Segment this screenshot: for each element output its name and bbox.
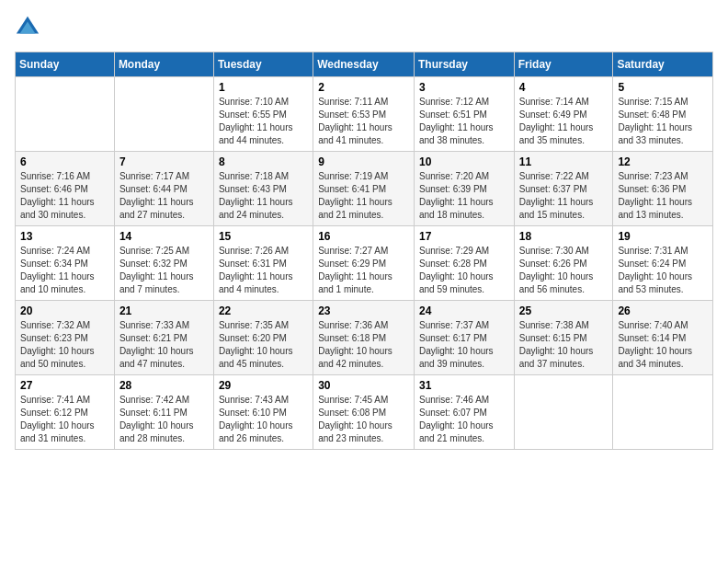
day-number: 4 [519,81,609,94]
day-number: 13 [20,230,109,243]
calendar-cell: 17Sunrise: 7:29 AM Sunset: 6:28 PM Dayli… [414,226,514,301]
day-number: 20 [20,304,109,317]
logo-icon [15,15,40,40]
day-content: Sunrise: 7:36 AM Sunset: 6:18 PM Dayligh… [318,319,409,371]
calendar-cell: 3Sunrise: 7:12 AM Sunset: 6:51 PM Daylig… [414,77,514,152]
calendar-cell [613,375,713,450]
calendar-week-row: 13Sunrise: 7:24 AM Sunset: 6:34 PM Dayli… [16,226,713,301]
calendar-week-row: 1Sunrise: 7:10 AM Sunset: 6:55 PM Daylig… [16,77,713,152]
day-of-week-header: Thursday [414,52,514,77]
day-of-week-header: Monday [114,52,213,77]
calendar-cell: 14Sunrise: 7:25 AM Sunset: 6:32 PM Dayli… [114,226,213,301]
day-number: 23 [318,304,409,317]
day-number: 7 [119,155,209,168]
day-number: 1 [219,81,308,94]
day-content: Sunrise: 7:23 AM Sunset: 6:36 PM Dayligh… [618,170,708,222]
day-content: Sunrise: 7:35 AM Sunset: 6:20 PM Dayligh… [219,319,308,371]
day-of-week-header: Sunday [16,52,115,77]
day-content: Sunrise: 7:18 AM Sunset: 6:43 PM Dayligh… [219,170,308,222]
calendar-cell: 6Sunrise: 7:16 AM Sunset: 6:46 PM Daylig… [16,152,115,226]
calendar-cell: 27Sunrise: 7:41 AM Sunset: 6:12 PM Dayli… [16,375,115,450]
day-content: Sunrise: 7:10 AM Sunset: 6:55 PM Dayligh… [219,96,308,147]
logo [15,15,44,40]
day-number: 26 [618,304,708,317]
calendar-cell [16,77,115,152]
calendar-cell: 28Sunrise: 7:42 AM Sunset: 6:11 PM Dayli… [114,375,213,450]
day-content: Sunrise: 7:26 AM Sunset: 6:31 PM Dayligh… [219,245,308,296]
day-content: Sunrise: 7:24 AM Sunset: 6:34 PM Dayligh… [20,245,109,296]
day-content: Sunrise: 7:38 AM Sunset: 6:15 PM Dayligh… [519,319,609,371]
calendar-cell: 1Sunrise: 7:10 AM Sunset: 6:55 PM Daylig… [213,77,313,152]
calendar-table: SundayMondayTuesdayWednesdayThursdayFrid… [15,52,713,450]
calendar-header-row: SundayMondayTuesdayWednesdayThursdayFrid… [16,52,713,77]
day-of-week-header: Saturday [613,52,713,77]
day-number: 14 [119,230,209,243]
calendar-week-row: 6Sunrise: 7:16 AM Sunset: 6:46 PM Daylig… [16,152,713,226]
day-number: 18 [519,230,609,243]
page-header [15,15,713,40]
day-number: 22 [219,304,308,317]
day-of-week-header: Wednesday [313,52,415,77]
calendar-cell: 31Sunrise: 7:46 AM Sunset: 6:07 PM Dayli… [414,375,514,450]
day-content: Sunrise: 7:19 AM Sunset: 6:41 PM Dayligh… [318,170,409,222]
day-content: Sunrise: 7:20 AM Sunset: 6:39 PM Dayligh… [419,170,509,222]
calendar-cell: 10Sunrise: 7:20 AM Sunset: 6:39 PM Dayli… [414,152,514,226]
day-content: Sunrise: 7:29 AM Sunset: 6:28 PM Dayligh… [419,245,509,296]
day-content: Sunrise: 7:14 AM Sunset: 6:49 PM Dayligh… [519,96,609,147]
calendar-cell: 30Sunrise: 7:45 AM Sunset: 6:08 PM Dayli… [313,375,415,450]
day-number: 28 [119,379,209,392]
calendar-cell: 19Sunrise: 7:31 AM Sunset: 6:24 PM Dayli… [613,226,713,301]
day-content: Sunrise: 7:25 AM Sunset: 6:32 PM Dayligh… [119,245,209,296]
day-of-week-header: Tuesday [213,52,313,77]
calendar-cell: 21Sunrise: 7:33 AM Sunset: 6:21 PM Dayli… [114,301,213,375]
calendar-cell: 26Sunrise: 7:40 AM Sunset: 6:14 PM Dayli… [613,301,713,375]
day-number: 9 [318,155,409,168]
calendar-cell: 29Sunrise: 7:43 AM Sunset: 6:10 PM Dayli… [213,375,313,450]
day-content: Sunrise: 7:17 AM Sunset: 6:44 PM Dayligh… [119,170,209,222]
day-content: Sunrise: 7:31 AM Sunset: 6:24 PM Dayligh… [618,245,708,296]
day-content: Sunrise: 7:42 AM Sunset: 6:11 PM Dayligh… [119,394,209,445]
day-content: Sunrise: 7:11 AM Sunset: 6:53 PM Dayligh… [318,96,409,147]
day-number: 30 [318,379,409,392]
day-of-week-header: Friday [514,52,613,77]
day-number: 3 [419,81,509,94]
day-number: 10 [419,155,509,168]
calendar-cell: 25Sunrise: 7:38 AM Sunset: 6:15 PM Dayli… [514,301,613,375]
day-content: Sunrise: 7:37 AM Sunset: 6:17 PM Dayligh… [419,319,509,371]
day-number: 29 [219,379,308,392]
calendar-cell: 2Sunrise: 7:11 AM Sunset: 6:53 PM Daylig… [313,77,415,152]
calendar-cell: 4Sunrise: 7:14 AM Sunset: 6:49 PM Daylig… [514,77,613,152]
day-content: Sunrise: 7:27 AM Sunset: 6:29 PM Dayligh… [318,245,409,296]
day-number: 15 [219,230,308,243]
calendar-cell [114,77,213,152]
day-number: 16 [318,230,409,243]
day-content: Sunrise: 7:16 AM Sunset: 6:46 PM Dayligh… [20,170,109,222]
day-number: 27 [20,379,109,392]
calendar-cell: 13Sunrise: 7:24 AM Sunset: 6:34 PM Dayli… [16,226,115,301]
calendar-cell: 22Sunrise: 7:35 AM Sunset: 6:20 PM Dayli… [213,301,313,375]
day-content: Sunrise: 7:46 AM Sunset: 6:07 PM Dayligh… [419,394,509,445]
day-number: 19 [618,230,708,243]
day-number: 6 [20,155,109,168]
calendar-cell [514,375,613,450]
day-number: 5 [618,81,708,94]
calendar-cell: 11Sunrise: 7:22 AM Sunset: 6:37 PM Dayli… [514,152,613,226]
calendar-week-row: 27Sunrise: 7:41 AM Sunset: 6:12 PM Dayli… [16,375,713,450]
day-number: 12 [618,155,708,168]
calendar-cell: 23Sunrise: 7:36 AM Sunset: 6:18 PM Dayli… [313,301,415,375]
calendar-cell: 20Sunrise: 7:32 AM Sunset: 6:23 PM Dayli… [16,301,115,375]
calendar-cell: 12Sunrise: 7:23 AM Sunset: 6:36 PM Dayli… [613,152,713,226]
day-content: Sunrise: 7:32 AM Sunset: 6:23 PM Dayligh… [20,319,109,371]
day-number: 17 [419,230,509,243]
calendar-week-row: 20Sunrise: 7:32 AM Sunset: 6:23 PM Dayli… [16,301,713,375]
day-number: 11 [519,155,609,168]
day-number: 8 [219,155,308,168]
day-content: Sunrise: 7:41 AM Sunset: 6:12 PM Dayligh… [20,394,109,445]
day-number: 31 [419,379,509,392]
day-content: Sunrise: 7:33 AM Sunset: 6:21 PM Dayligh… [119,319,209,371]
calendar-cell: 5Sunrise: 7:15 AM Sunset: 6:48 PM Daylig… [613,77,713,152]
calendar-cell: 24Sunrise: 7:37 AM Sunset: 6:17 PM Dayli… [414,301,514,375]
day-content: Sunrise: 7:15 AM Sunset: 6:48 PM Dayligh… [618,96,708,147]
day-content: Sunrise: 7:43 AM Sunset: 6:10 PM Dayligh… [219,394,308,445]
day-content: Sunrise: 7:30 AM Sunset: 6:26 PM Dayligh… [519,245,609,296]
